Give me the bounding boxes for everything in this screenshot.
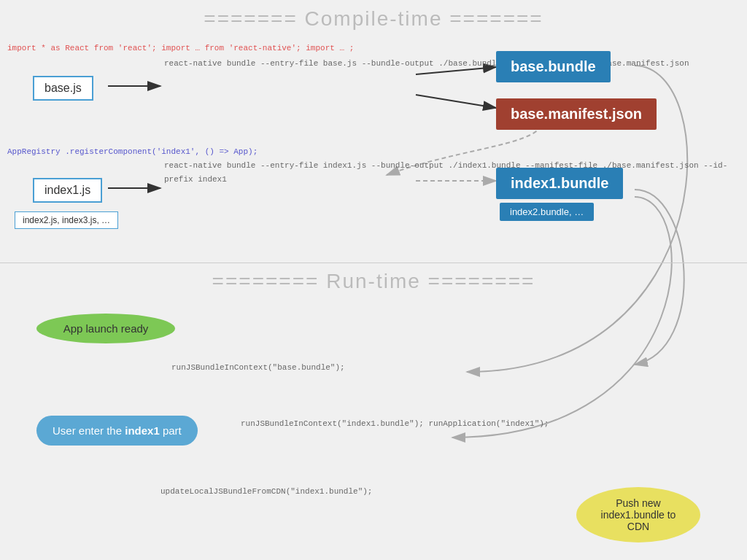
compile-time-header: ======= Compile-time ======= <box>0 7 747 31</box>
diagram: ======= Compile-time ======= import * as… <box>0 0 747 560</box>
runtime-header: ======== Run-time ======== <box>0 270 747 293</box>
index1-js-box: index1.js <box>33 178 102 203</box>
appregistry-code: AppRegistry .registerComponent('index1',… <box>7 146 258 158</box>
svg-line-4 <box>416 95 496 108</box>
index2-bundle-small-box: index2.bundle, … <box>500 203 594 221</box>
base-bundle-box: base.bundle <box>496 51 611 82</box>
index1-bundle-label: index1.bundle <box>511 175 608 191</box>
index1-js-label: index1.js <box>44 184 90 196</box>
user-enter-label: User enter the index1 part <box>53 424 182 437</box>
section-divider <box>0 262 747 263</box>
index2-js-small-box: index2.js, index3.js, … <box>15 211 118 229</box>
user-enter-bubble: User enter the index1 part <box>36 416 198 446</box>
index1-command-text: react-native bundle --entry-file index1.… <box>164 159 747 186</box>
push-cdn-label: Push new index1.bundle to CDN <box>601 497 676 532</box>
base-js-box: base.js <box>33 76 93 101</box>
run-base-code: runJSBundleInContext("base.bundle"); <box>171 363 345 372</box>
app-launch-label: App launch ready <box>63 322 149 335</box>
app-launch-bubble: App launch ready <box>36 314 175 343</box>
index1-bundle-box: index1.bundle <box>496 168 623 199</box>
update-code: updateLocalJSBundleFromCDN("index1.bundl… <box>160 487 372 496</box>
base-bundle-label: base.bundle <box>511 58 596 74</box>
index2-bundle-small-label: index2.bundle, … <box>510 206 584 217</box>
base-manifest-box: base.manifest.json <box>496 98 657 130</box>
base-js-label: base.js <box>44 82 82 94</box>
index2-js-small-label: index2.js, index3.js, … <box>23 215 110 225</box>
push-cdn-bubble: Push new index1.bundle to CDN <box>576 487 700 542</box>
base-manifest-label: base.manifest.json <box>511 106 642 122</box>
run-index1-code: runJSBundleInContext("index1.bundle"); r… <box>241 417 549 431</box>
base-import-code: import * as React from 'react'; import …… <box>7 44 354 52</box>
